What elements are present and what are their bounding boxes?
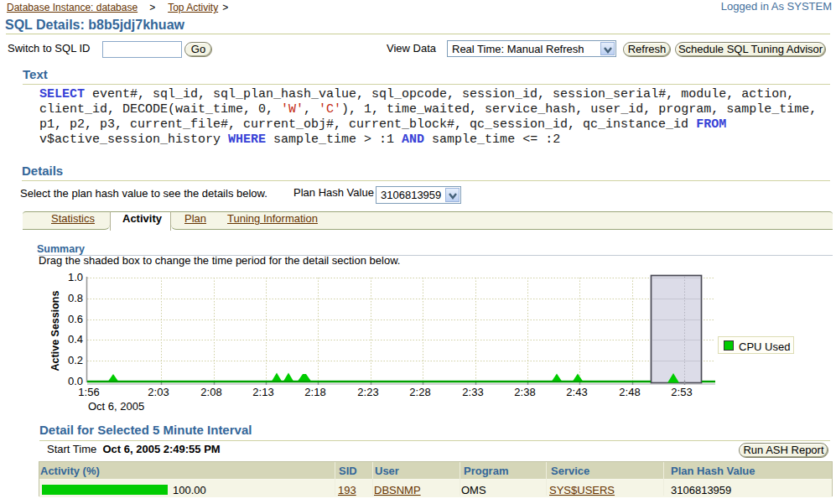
svg-text:1:56: 1:56 — [78, 386, 99, 398]
svg-text:2:03: 2:03 — [148, 386, 169, 398]
svg-text:0.4: 0.4 — [68, 333, 83, 346]
svg-text:2:38: 2:38 — [514, 386, 535, 398]
svg-text:2:33: 2:33 — [462, 386, 483, 398]
svg-text:Oct 6, 2005: Oct 6, 2005 — [88, 400, 144, 413]
svg-text:2:28: 2:28 — [409, 386, 430, 398]
svg-text:Active Sessions: Active Sessions — [49, 291, 61, 372]
svg-text:2:53: 2:53 — [671, 386, 692, 398]
svg-text:2:13: 2:13 — [252, 386, 273, 398]
svg-text:2:48: 2:48 — [619, 386, 640, 398]
svg-text:2:18: 2:18 — [304, 386, 325, 398]
svg-text:0.8: 0.8 — [68, 292, 83, 304]
svg-text:2:43: 2:43 — [566, 386, 587, 398]
svg-text:2:08: 2:08 — [200, 386, 221, 398]
svg-text:0.6: 0.6 — [68, 313, 83, 325]
svg-text:2:23: 2:23 — [357, 386, 378, 398]
svg-text:1.0: 1.0 — [68, 271, 83, 283]
svg-text:0.2: 0.2 — [68, 354, 83, 366]
